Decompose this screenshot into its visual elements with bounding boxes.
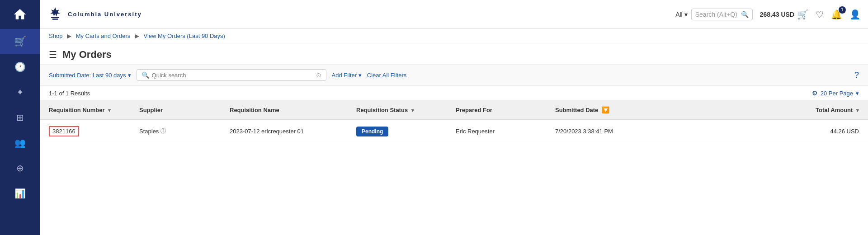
chevron-down-icon: ▾ — [128, 72, 131, 79]
clear-search-icon[interactable]: ⊙ — [316, 71, 321, 79]
page-title: My Orders — [62, 49, 112, 61]
orders-table: Requisition Number ▾ Supplier Requisitio… — [40, 101, 868, 143]
notifications-button[interactable]: 🔔 1 — [831, 9, 842, 20]
breadcrumb-separator-2: ▶ — [135, 33, 139, 39]
per-page-selector[interactable]: ⚙ 20 Per Page ▾ — [812, 89, 859, 97]
main-content: Shop ▶ My Carts and Orders ▶ View My Ord… — [40, 29, 868, 235]
breadcrumb-separator-1: ▶ — [67, 33, 71, 39]
results-bar: 1-1 of 1 Results ⚙ 20 Per Page ▾ — [40, 86, 868, 101]
col-header-total-amount[interactable]: Total Amount ▾ — [673, 101, 868, 119]
cart-icon: 🛒 — [14, 36, 26, 47]
award-icon: ✦ — [16, 87, 24, 98]
add-filter-label: Add Filter — [332, 72, 357, 79]
requisition-number-link[interactable]: 3821166 — [49, 126, 79, 136]
search-scope-dropdown[interactable]: All ▾ — [675, 11, 688, 18]
breadcrumb-view-orders[interactable]: View My Orders (Last 90 Days) — [144, 33, 225, 39]
clock-icon: 🕐 — [14, 61, 26, 72]
search-icon: 🔍 — [741, 11, 749, 18]
university-logo: Columbia University — [47, 6, 142, 23]
search-area: All ▾ Search (Alt+Q) 🔍 — [675, 9, 753, 20]
home-nav-button[interactable] — [0, 0, 40, 29]
chart-nav-button[interactable]: 📊 — [0, 181, 40, 206]
breadcrumb-shop[interactable]: Shop — [49, 33, 62, 39]
col-header-req-number[interactable]: Requisition Number ▾ — [40, 101, 130, 119]
cell-req-status: Pending — [347, 119, 447, 143]
cart-total[interactable]: 268.43 USD 🛒 — [760, 9, 808, 20]
table-row: 3821166 Staples ⓘ 2023-07-12 ericrequest… — [40, 119, 868, 143]
svg-rect-1 — [52, 19, 58, 20]
topbar: Columbia University All ▾ Search (Alt+Q)… — [40, 0, 868, 29]
breadcrumb: Shop ▶ My Carts and Orders ▶ View My Ord… — [40, 29, 868, 43]
page-header: ☰ My Orders — [40, 43, 868, 65]
cart-nav-button[interactable]: 🛒 — [0, 29, 40, 54]
cell-prepared-for: Eric Requester — [447, 119, 546, 143]
req-name-text: 2023-07-12 ericrequester 01 — [230, 128, 304, 135]
globe-icon: ⊕ — [16, 163, 24, 174]
per-page-label: 20 Per Page — [821, 90, 853, 97]
menu-toggle-button[interactable]: ☰ — [49, 49, 57, 60]
wishlist-button[interactable]: ♡ — [816, 9, 824, 20]
filter-bar: Submitted Date: Last 90 days ▾ 🔍 ⊙ Add F… — [40, 65, 868, 86]
supplier-name-text: Staples — [139, 128, 159, 135]
col-header-prepared-for: Prepared For — [447, 101, 546, 119]
search-box-label: Search (Alt+Q) — [695, 11, 737, 18]
results-count: 1-1 of 1 Results — [49, 90, 90, 97]
cell-req-name: 2023-07-12 ericrequester 01 — [221, 119, 347, 143]
status-badge: Pending — [356, 127, 388, 136]
sidebar: 🛒 🕐 ✦ ⊞ 👥 ⊕ 📊 — [0, 0, 40, 235]
people-icon: 👥 — [14, 137, 26, 148]
awards-nav-button[interactable]: ✦ — [0, 80, 40, 105]
cell-total-amount: 44.26 USD — [673, 119, 868, 143]
building-nav-button[interactable]: ⊞ — [0, 105, 40, 130]
chevron-down-icon: ▾ — [359, 72, 362, 79]
topbar-actions: 268.43 USD 🛒 ♡ 🔔 1 👤 — [760, 9, 861, 20]
supplier-info-icon[interactable]: ⓘ — [160, 127, 166, 135]
help-icon[interactable]: ? — [854, 70, 859, 80]
chart-icon: 📊 — [14, 188, 26, 199]
chevron-down-icon: ▾ — [684, 11, 688, 18]
svg-rect-0 — [51, 17, 59, 18]
sort-icon-submitted: 🔽 — [602, 106, 609, 113]
settings-icon: ⚙ — [812, 89, 818, 97]
cart-icon: 🛒 — [797, 9, 808, 20]
sort-icon-req: ▾ — [108, 108, 111, 113]
date-filter-label: Submitted Date: Last 90 days — [49, 72, 126, 79]
chevron-down-icon: ▾ — [856, 90, 859, 97]
globe-nav-button[interactable]: ⊕ — [0, 155, 40, 181]
total-amount-text: 44.26 USD — [830, 128, 859, 135]
sort-icon-total: ▾ — [856, 108, 859, 113]
quick-search-icon: 🔍 — [142, 71, 149, 79]
clear-all-filters-button[interactable]: Clear All Filters — [367, 72, 406, 79]
cell-req-number: 3821166 — [40, 119, 130, 143]
university-name: Columbia University — [68, 11, 142, 18]
cart-amount-value: 268.43 USD — [760, 11, 794, 18]
table-body: 3821166 Staples ⓘ 2023-07-12 ericrequest… — [40, 119, 868, 143]
orders-table-container: Requisition Number ▾ Supplier Requisitio… — [40, 101, 868, 143]
date-filter-dropdown[interactable]: Submitted Date: Last 90 days ▾ — [49, 72, 131, 79]
breadcrumb-carts-orders[interactable]: My Carts and Orders — [76, 33, 131, 39]
submitted-date-text: 7/20/2023 3:38:41 PM — [555, 128, 613, 135]
user-menu-button[interactable]: 👤 — [849, 9, 861, 20]
clear-all-label: Clear All Filters — [367, 72, 406, 79]
col-header-req-name: Requisition Name — [221, 101, 347, 119]
col-header-supplier: Supplier — [130, 101, 221, 119]
search-scope-label: All — [675, 11, 683, 18]
col-header-req-status[interactable]: Requisition Status ▾ — [347, 101, 447, 119]
quick-search-bar[interactable]: 🔍 ⊙ — [137, 69, 326, 81]
people-nav-button[interactable]: 👥 — [0, 130, 40, 155]
table-header: Requisition Number ▾ Supplier Requisitio… — [40, 101, 868, 119]
quick-search-input[interactable] — [152, 72, 313, 79]
notification-badge: 1 — [839, 6, 846, 14]
search-box[interactable]: Search (Alt+Q) 🔍 — [691, 9, 753, 20]
add-filter-button[interactable]: Add Filter ▾ — [332, 72, 362, 79]
col-header-submitted-date[interactable]: Submitted Date 🔽 — [546, 101, 673, 119]
prepared-for-text: Eric Requester — [456, 128, 495, 135]
reports-nav-button[interactable]: 🕐 — [0, 54, 40, 80]
sort-icon-status: ▾ — [411, 108, 414, 113]
cell-submitted-date: 7/20/2023 3:38:41 PM — [546, 119, 673, 143]
building-icon: ⊞ — [16, 112, 24, 123]
cell-supplier: Staples ⓘ — [130, 119, 221, 143]
